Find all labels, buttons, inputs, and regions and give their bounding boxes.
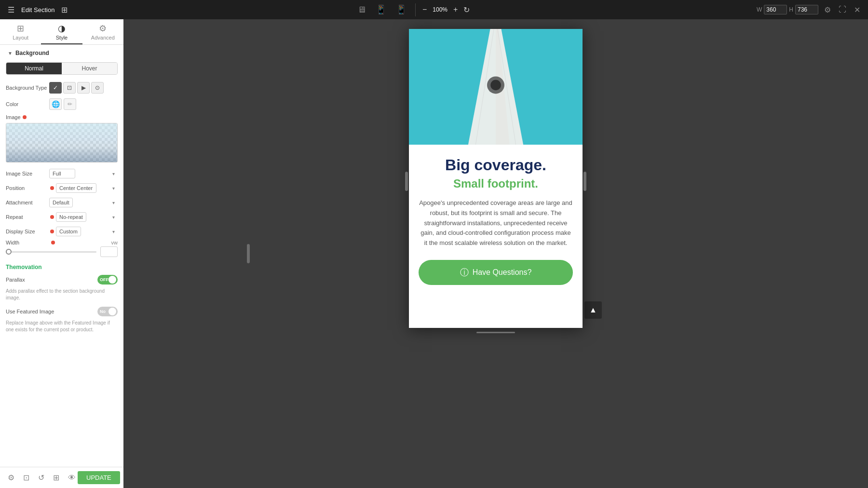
page-title: Edit Section xyxy=(21,6,54,14)
featured-image-description: Replace Image above with the Featured Im… xyxy=(0,319,123,336)
tab-style-label: Style xyxy=(56,35,68,41)
type-gradient-button[interactable]: ⊡ xyxy=(63,82,76,94)
layers-button[interactable]: ⊡ xyxy=(21,471,31,484)
width-label-row: Width vw xyxy=(6,240,118,245)
zoom-in-button[interactable]: + xyxy=(451,3,460,16)
parallax-toggle[interactable]: OFF xyxy=(97,275,118,285)
canvas-area: Big coverage. Small footprint. Apogee's … xyxy=(123,19,868,488)
have-questions-button[interactable]: ⓘ Have Questions? xyxy=(419,260,573,285)
type-buttons: ✓ ⊡ ▶ ⊙ xyxy=(49,82,104,94)
width-slider[interactable] xyxy=(6,251,96,253)
position-select-wrapper: Center Center Top Left Top Right xyxy=(56,183,118,193)
tab-advanced-label: Advanced xyxy=(91,35,115,41)
history-button[interactable]: ↺ xyxy=(36,471,46,484)
description-text: Apogee's unprecedented coverage areas ar… xyxy=(419,198,573,248)
bg-tab-normal[interactable]: Normal xyxy=(6,63,62,74)
position-label: Position xyxy=(6,185,49,191)
refresh-button[interactable]: ↻ xyxy=(461,3,472,16)
left-resize-handle[interactable] xyxy=(247,244,250,263)
tab-layout-label: Layout xyxy=(13,35,28,41)
tablet-device-button[interactable]: 📱 xyxy=(373,2,389,17)
bg-tab-hover[interactable]: Hover xyxy=(62,63,117,74)
top-bar-center: 🖥 📱 📱 − 100% + ↻ xyxy=(354,2,472,17)
settings-button[interactable]: ⚙ xyxy=(822,3,833,16)
collapse-button[interactable]: ▲ xyxy=(120,472,123,484)
repeat-select[interactable]: No-repeat Repeat Repeat-x Repeat-y xyxy=(56,212,86,222)
image-preview-inner xyxy=(6,123,117,162)
image-size-label: Image Size xyxy=(6,171,49,176)
attachment-label: Attachment xyxy=(6,200,49,205)
image-required-dot xyxy=(23,115,27,119)
small-footprint-heading: Small footprint. xyxy=(419,177,573,190)
width-field-group: W H xyxy=(757,5,818,14)
width-row: Width vw xyxy=(0,239,123,260)
background-state-tabs: Normal Hover xyxy=(6,62,118,75)
width-unit-label: vw xyxy=(111,240,118,245)
section-arrow-icon: ▼ xyxy=(8,51,13,56)
page-templates-button[interactable]: ⊞ xyxy=(51,471,61,484)
image-size-row: Image Size Full Large Medium xyxy=(0,166,123,181)
position-dot xyxy=(50,186,54,190)
type-video-button[interactable]: ▶ xyxy=(77,82,90,94)
have-questions-label: Have Questions? xyxy=(473,268,532,277)
color-row: Color 🌐 ✏ xyxy=(0,96,123,112)
width-slider-row xyxy=(6,246,118,257)
image-size-select[interactable]: Full Large Medium xyxy=(49,169,75,178)
height-input[interactable] xyxy=(795,5,818,14)
featured-image-row: Use Featured Image No xyxy=(0,304,123,319)
background-section-header[interactable]: ▼ Background xyxy=(0,45,123,60)
attachment-select[interactable]: Default Fixed Scroll xyxy=(49,198,73,207)
tab-style[interactable]: ◑ Style xyxy=(41,19,82,44)
tab-layout[interactable]: ⊞ Layout xyxy=(0,19,41,44)
width-number-input[interactable] xyxy=(100,246,118,257)
top-bar-right: W H ⚙ ⛶ ✕ xyxy=(757,3,862,16)
type-color-button[interactable]: ✓ xyxy=(49,82,62,94)
featured-image-toggle[interactable]: No xyxy=(97,307,118,316)
phone-content: Big coverage. Small footprint. Apogee's … xyxy=(409,145,583,295)
fullscreen-button[interactable]: ⛶ xyxy=(837,3,848,16)
phone-frame-wrapper: Big coverage. Small footprint. Apogee's … xyxy=(409,29,583,333)
display-size-dot xyxy=(50,230,54,233)
side-handle-right[interactable] xyxy=(583,172,586,191)
color-picker-button[interactable]: ✏ xyxy=(64,98,76,110)
tab-advanced[interactable]: ⚙ Advanced xyxy=(82,19,123,44)
display-size-select[interactable]: Custom Cover Contain Auto xyxy=(56,227,81,236)
style-icon: ◑ xyxy=(58,23,66,34)
grid-apps-button[interactable]: ⊞ xyxy=(59,3,69,16)
sidebar-content: ▼ Background Normal Hover Background Typ… xyxy=(0,45,123,467)
color-buttons: 🌐 ✏ xyxy=(49,98,76,110)
phone-image-inner xyxy=(409,29,583,145)
repeat-select-wrapper: No-repeat Repeat Repeat-x Repeat-y xyxy=(56,212,118,222)
background-section-label: Background xyxy=(15,50,49,56)
width-label: W xyxy=(757,6,762,13)
settings-bottom-button[interactable]: ⚙ xyxy=(6,471,16,484)
width-dot xyxy=(51,241,55,244)
image-preview[interactable] xyxy=(6,123,118,163)
attachment-select-wrapper: Default Fixed Scroll xyxy=(49,198,118,207)
layout-icon: ⊞ xyxy=(17,23,24,34)
scroll-up-button[interactable]: ▲ xyxy=(584,301,602,319)
mobile-device-button[interactable]: 📱 xyxy=(393,2,409,17)
advanced-icon: ⚙ xyxy=(99,23,107,34)
bottom-toolbar: ⚙ ⊡ ↺ ⊞ 👁 UPDATE ▲ xyxy=(0,467,123,488)
repeat-row: Repeat No-repeat Repeat Repeat-x Repeat-… xyxy=(0,210,123,224)
width-input[interactable] xyxy=(764,5,787,14)
update-button[interactable]: UPDATE xyxy=(78,471,120,484)
parallax-row: Parallax OFF xyxy=(0,272,123,287)
type-image-button[interactable]: ⊙ xyxy=(91,82,104,94)
hamburger-menu-button[interactable]: ☰ xyxy=(6,3,16,16)
close-button[interactable]: ✕ xyxy=(852,3,862,16)
position-select[interactable]: Center Center Top Left Top Right xyxy=(56,183,96,193)
side-handle-left[interactable] xyxy=(405,172,408,191)
main-layout: ⊞ Layout ◑ Style ⚙ Advanced ▼ Background… xyxy=(0,19,868,488)
svg-point-6 xyxy=(490,80,501,91)
parallax-description: Adds parallax effect to the section back… xyxy=(0,287,123,304)
color-global-button[interactable]: 🌐 xyxy=(49,98,62,110)
image-size-select-wrapper: Full Large Medium xyxy=(49,169,118,178)
desktop-device-button[interactable]: 🖥 xyxy=(354,3,369,17)
zoom-out-button[interactable]: − xyxy=(420,3,429,16)
preview-button[interactable]: 👁 xyxy=(66,471,78,484)
bottom-icons: ⚙ ⊡ ↺ ⊞ 👁 xyxy=(6,471,78,484)
image-label: Image xyxy=(6,114,21,120)
zoom-level: 100% xyxy=(433,6,448,13)
